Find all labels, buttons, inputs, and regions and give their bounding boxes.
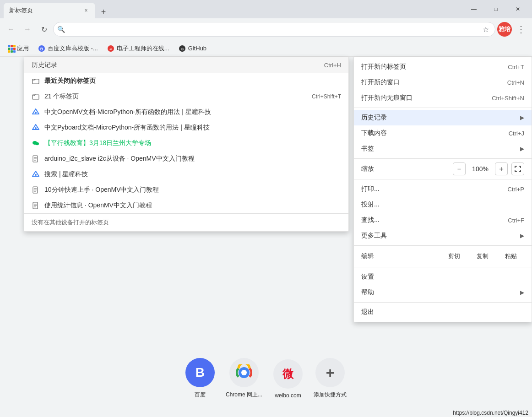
history-dropdown-header[interactable]: 历史记录 Ctrl+H: [24, 57, 348, 73]
svg-rect-1: [11, 45, 13, 47]
close-button[interactable]: ✕: [507, 0, 528, 18]
history-item-openmv1[interactable]: 中文OpenMV文档-MicroPython-所有函数的用法 | 星瞳科技: [24, 104, 348, 120]
menu-label-find: 查找...: [361, 216, 508, 224]
wechat-icon: [32, 139, 40, 147]
menu-item-new-window[interactable]: 打开新的窗口 Ctrl+N: [354, 75, 532, 90]
menu-item-help[interactable]: 帮助 ▶: [354, 285, 532, 300]
menu-item-settings[interactable]: 设置: [354, 269, 532, 285]
menu-divider-2: [354, 158, 532, 159]
svg-rect-0: [8, 45, 10, 47]
openmv-icon-2: [32, 124, 40, 132]
menu-label-exit: 退出: [361, 308, 524, 316]
bookmark-item-baidu[interactable]: B 百度文库高校版 -...: [34, 43, 102, 54]
menu-label-new-window: 打开新的窗口: [361, 78, 507, 87]
shortcut-icon-chrome-web: [229, 358, 259, 387]
zoom-plus-button[interactable]: ＋: [495, 162, 508, 175]
shortcut-label-chrome-web: Chrome 网上...: [226, 391, 262, 399]
zoom-minus-button[interactable]: －: [453, 162, 466, 175]
profile-button[interactable]: 雅培: [497, 22, 512, 37]
refresh-button[interactable]: ↻: [37, 22, 51, 37]
menu-shortcut-print: Ctrl+P: [508, 186, 524, 193]
svg-rect-3: [8, 48, 10, 50]
book-favicon-1: [32, 155, 39, 162]
address-input[interactable]: [68, 26, 478, 33]
menu-item-cast[interactable]: 投射...: [354, 197, 532, 212]
help-submenu-arrow: ▶: [520, 289, 524, 296]
menu-shortcut-find: Ctrl+F: [508, 217, 524, 224]
window-controls: — □ ✕: [463, 0, 528, 18]
apps-button[interactable]: 应用: [4, 43, 33, 54]
menu-item-incognito[interactable]: 打开新的无痕窗口 Ctrl+Shift+N: [354, 90, 532, 106]
new-tab-button[interactable]: +: [97, 5, 110, 18]
quickstart-label: 10分钟快速上手 · OpenMV中文入门教程: [44, 186, 341, 194]
shortcut-chrome-web[interactable]: Chrome 网上...: [226, 358, 262, 399]
menu-shortcut-downloads: Ctrl+J: [509, 130, 524, 137]
copy-button[interactable]: 复制: [469, 250, 496, 262]
title-bar: 新标签页 × + — □ ✕: [0, 0, 532, 18]
svg-text:∞: ∞: [109, 47, 112, 51]
menu-label-help: 帮助: [361, 288, 516, 297]
main-content: B 百度 Chrome 网上... 微 weibo.com: [0, 57, 532, 417]
menu-item-find[interactable]: 查找... Ctrl+F: [354, 212, 532, 228]
more-button[interactable]: ⋮: [514, 22, 528, 37]
baidu-icon: B: [38, 45, 45, 52]
shortcut-icon-add: +: [315, 358, 345, 387]
bookmark-item-github[interactable]: ⊙ GitHub: [175, 43, 210, 54]
shortcut-baidu[interactable]: B 百度: [185, 358, 215, 399]
bookmark-star-button[interactable]: ☆: [480, 24, 491, 35]
tab-close-button[interactable]: ×: [82, 7, 90, 14]
menu-label-more-tools: 更多工具: [361, 232, 516, 240]
active-tab[interactable]: 新标签页 ×: [4, 3, 95, 18]
edit-buttons: 剪切 复制 粘贴: [441, 250, 524, 262]
svg-point-22: [35, 127, 37, 129]
apps-label: 应用: [17, 44, 29, 53]
address-bar[interactable]: 🔍 ☆: [53, 22, 495, 37]
ee-icon: ∞: [107, 45, 114, 52]
menu-item-history[interactable]: 历史记录 ▶: [354, 110, 532, 125]
menu-label-downloads: 下载内容: [361, 129, 509, 137]
history-footer: 没有在其他设备打开的标签页: [24, 213, 348, 231]
history-item-search[interactable]: 搜索 | 星瞳科技: [24, 167, 348, 182]
bookmark-label-baidu: 百度文库高校版 -...: [48, 44, 98, 53]
history-item-arduino[interactable]: arduino_i2c_slave i2c从设备 · OpenMV中文入门教程: [24, 151, 348, 167]
menu-label-history: 历史记录: [361, 114, 516, 122]
menu-item-new-tab[interactable]: 打开新的标签页 Ctrl+T: [354, 59, 532, 75]
openmv1-label: 中文OpenMV文档-MicroPython-所有函数的用法 | 星瞳科技: [44, 108, 341, 116]
forward-button[interactable]: →: [20, 22, 35, 37]
fullscreen-button[interactable]: [511, 162, 524, 175]
zoom-plus-icon: ＋: [498, 164, 505, 174]
menu-divider-5: [354, 267, 532, 267]
menu-item-downloads[interactable]: 下载内容 Ctrl+J: [354, 125, 532, 141]
search-icon: 🔍: [57, 26, 65, 33]
history-item-recently-closed[interactable]: 最近关闭的标签页: [24, 73, 348, 89]
maximize-button[interactable]: □: [485, 0, 506, 18]
more-icon: ⋮: [516, 24, 526, 35]
cut-button[interactable]: 剪切: [441, 250, 467, 262]
svg-rect-6: [8, 50, 10, 53]
bookmarks-bar: 应用 B 百度文库高校版 -... ∞ 电子工程师的在线... ⊙ GitHub: [0, 40, 532, 57]
paste-button[interactable]: 粘贴: [498, 250, 524, 262]
shortcut-weibo[interactable]: 微 weibo.com: [273, 359, 303, 399]
more-tools-submenu-arrow: ▶: [520, 233, 524, 239]
menu-item-more-tools[interactable]: 更多工具 ▶: [354, 228, 532, 244]
menu-item-exit[interactable]: 退出: [354, 304, 532, 320]
history-item-21tabs[interactable]: 21 个标签页 Ctrl+Shift+T: [24, 89, 348, 104]
edit-row: 编辑 剪切 复制 粘贴: [354, 248, 532, 265]
back-button[interactable]: ←: [4, 22, 18, 37]
apps-grid-icon: [7, 44, 16, 53]
menu-divider-4: [354, 245, 532, 246]
shortcut-add[interactable]: + 添加快捷方式: [314, 358, 347, 399]
search-label: 搜索 | 星瞳科技: [44, 170, 341, 179]
history-item-pyboard[interactable]: 中文Pyboard文档-MicroPython-所有函数的用法 | 星瞳科技: [24, 120, 348, 135]
menu-item-bookmarks[interactable]: 书签 ▶: [354, 141, 532, 157]
history-item-quickstart[interactable]: 10分钟快速上手 · OpenMV中文入门教程: [24, 182, 348, 198]
svg-rect-8: [13, 50, 16, 53]
menu-item-print[interactable]: 打印... Ctrl+P: [354, 181, 532, 197]
bookmark-item-ee[interactable]: ∞ 电子工程师的在线...: [103, 43, 173, 54]
history-item-wechat[interactable]: 【平行线教育】3月18日兰州大学专场: [24, 135, 348, 151]
svg-rect-7: [11, 50, 13, 53]
21tabs-label: 21 个标签页: [44, 92, 307, 101]
minimize-button[interactable]: —: [463, 0, 484, 18]
history-item-stats[interactable]: 使用统计信息 · OpenMV中文入门教程: [24, 198, 348, 213]
shortcut-label-weibo: weibo.com: [275, 392, 301, 399]
